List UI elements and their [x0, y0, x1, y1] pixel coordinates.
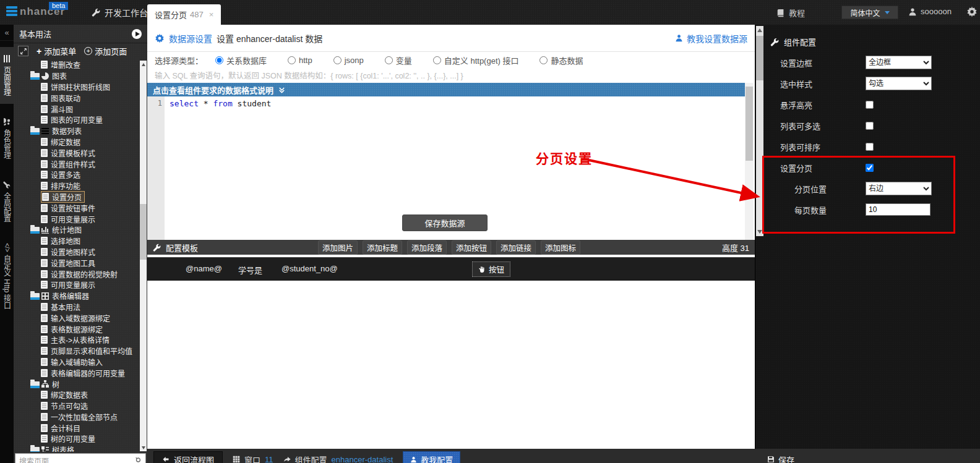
template-add-button[interactable]: 添加图标: [541, 240, 580, 255]
source-type-option[interactable]: 关系数据库: [215, 54, 267, 66]
tab-close-icon[interactable]: ×: [209, 10, 214, 19]
tree-item[interactable]: 树的可用变量: [14, 433, 139, 444]
tree-item[interactable]: 漏斗图: [14, 103, 139, 114]
tree-item[interactable]: 表格编辑器的可用变量: [14, 367, 139, 378]
config-checkbox[interactable]: [866, 101, 874, 109]
radio-input[interactable]: [288, 56, 296, 64]
save-button[interactable]: 保存: [767, 454, 794, 463]
config-select[interactable]: 右边: [866, 182, 932, 195]
sidebar-scrollbar[interactable]: [140, 61, 147, 451]
template-field-label[interactable]: 学号是: [238, 264, 262, 276]
source-type-option[interactable]: 变量: [385, 54, 412, 66]
rail-tab-全局配置[interactable]: 全局配置: [0, 173, 14, 230]
tree-item[interactable]: 数据列表: [14, 125, 139, 137]
collapse-sidebar-button[interactable]: «: [0, 25, 14, 41]
scroll-down-icon[interactable]: [140, 444, 147, 451]
data-format-banner[interactable]: 点击查看组件要求的数据格式说明: [147, 83, 745, 96]
radio-input[interactable]: [433, 56, 441, 64]
tree-item-selected[interactable]: 设置分页: [14, 192, 139, 203]
tree-item[interactable]: 设置数据的视觉映射: [14, 268, 139, 279]
tree-item[interactable]: 输入域辅助输入: [14, 357, 139, 368]
config-input[interactable]: [866, 203, 931, 216]
tutorial-link[interactable]: 教程: [776, 7, 805, 19]
tree-item[interactable]: 设置组件样式: [14, 158, 139, 169]
scroll-up-icon[interactable]: [140, 61, 147, 68]
config-checkbox[interactable]: [866, 164, 874, 172]
back-to-flowchart-button[interactable]: 返回流程图: [153, 451, 223, 463]
tree-item[interactable]: 页脚显示求和值和平均值: [14, 346, 139, 357]
scroll-up-icon[interactable]: [756, 27, 763, 34]
tree-item[interactable]: 可用变量展示: [14, 279, 139, 291]
tree-item[interactable]: 绑定数据: [14, 137, 139, 148]
config-select[interactable]: 全边框: [866, 56, 932, 69]
template-add-button[interactable]: 添加图片: [318, 240, 358, 255]
tree-item[interactable]: 节点可勾选: [14, 401, 139, 412]
tree-item[interactable]: 表格数据源绑定: [14, 323, 139, 334]
tree-item[interactable]: 表格编辑器: [14, 291, 139, 302]
scroll-down-icon[interactable]: [756, 228, 763, 236]
tree-item[interactable]: 设置地图样式: [14, 247, 139, 258]
settings-button[interactable]: [966, 6, 978, 20]
radio-input[interactable]: [539, 56, 548, 64]
pin-button[interactable]: [18, 46, 28, 56]
tree-item[interactable]: 设置模板样式: [14, 147, 139, 158]
source-type-option[interactable]: 自定义 http(get) 接口: [433, 54, 519, 66]
tree-item[interactable]: 基本用法: [14, 302, 139, 313]
template-field-name[interactable]: @name@: [186, 264, 222, 273]
template-button[interactable]: 按钮: [472, 261, 510, 277]
radio-input[interactable]: [215, 56, 223, 64]
rail-tab-角色管理[interactable]: 角色管理: [0, 110, 14, 167]
play-circle-icon[interactable]: [132, 29, 142, 39]
tree-item[interactable]: 一次性加载全部节点: [14, 412, 139, 423]
tree-item[interactable]: 树表格: [14, 444, 139, 452]
editor-scrollbar[interactable]: [745, 83, 754, 240]
tree-item[interactable]: 绑定数据表: [14, 389, 139, 401]
tab-page-setting[interactable]: 设置分页 487 ×: [147, 4, 221, 25]
tree-item[interactable]: 增删改查: [14, 59, 139, 70]
tree-item[interactable]: 会计科目: [14, 422, 139, 433]
tree-item[interactable]: 设置地图工具: [14, 257, 139, 268]
teach-datasource-link[interactable]: 教我设置数据源: [675, 32, 747, 45]
scrollbar-thumb[interactable]: [746, 87, 753, 161]
radio-input[interactable]: [333, 56, 342, 64]
tree-item[interactable]: 选择地图: [14, 236, 139, 247]
tree-item[interactable]: 树: [14, 378, 139, 389]
radio-input[interactable]: [385, 56, 393, 64]
component-config-breadcrumb[interactable]: 组件配置 enhancer-datalist: [283, 454, 393, 463]
source-type-option[interactable]: 静态数据: [539, 54, 583, 66]
tree-item[interactable]: 图表的可用变量: [14, 114, 139, 125]
teach-config-button[interactable]: 教我配置: [403, 451, 460, 463]
config-checkbox[interactable]: [866, 143, 874, 151]
workspace-menu[interactable]: 开发工作台: [92, 6, 148, 19]
source-type-option[interactable]: http: [288, 54, 312, 66]
tree-item[interactable]: 统计地图: [14, 224, 139, 236]
tree-item[interactable]: 可用变量展示: [14, 213, 139, 224]
tree-item[interactable]: 图表: [14, 70, 139, 82]
sql-code-line[interactable]: select * from student: [170, 99, 271, 108]
rail-tab-自定义 Http 接口[interactable]: </>自定义 Http 接口: [0, 236, 14, 318]
template-add-button[interactable]: 添加链接: [496, 240, 536, 255]
tree-item[interactable]: 输入域数据源绑定: [14, 312, 139, 323]
rail-tab-页面管理[interactable]: 页面管理: [0, 47, 14, 104]
source-type-option[interactable]: jsonp: [333, 54, 364, 66]
tree-item[interactable]: 主表->从表格详情: [14, 334, 139, 346]
add-menu-button[interactable]: + 添加菜单: [37, 45, 76, 57]
template-add-button[interactable]: 添加标题: [363, 240, 402, 255]
tree-item[interactable]: 图表联动: [14, 92, 139, 103]
template-add-button[interactable]: 添加段落: [407, 240, 447, 255]
datasource-settings-link[interactable]: 数据源设置: [169, 32, 212, 45]
tree-item[interactable]: 饼图柱状图折线图: [14, 82, 139, 93]
user-menu[interactable]: sooooon: [908, 7, 952, 16]
config-select[interactable]: 勾选: [866, 77, 932, 90]
language-selector[interactable]: 简体中文: [841, 6, 898, 19]
window-indicator[interactable]: 窗口 11: [233, 454, 273, 463]
tree-item[interactable]: 排序功能: [14, 181, 139, 192]
config-checkbox[interactable]: [866, 122, 874, 130]
save-datasource-button[interactable]: 保存数据源: [402, 215, 488, 231]
tree-item[interactable]: 设置多选: [14, 169, 139, 181]
page-search-input[interactable]: 搜索页面: [15, 453, 146, 463]
add-page-button[interactable]: + 添加页面: [84, 45, 127, 57]
tree-item[interactable]: 设置按钮事件: [14, 202, 139, 213]
template-field-student-no[interactable]: @student_no@: [282, 264, 338, 273]
template-add-button[interactable]: 添加按钮: [452, 240, 491, 255]
